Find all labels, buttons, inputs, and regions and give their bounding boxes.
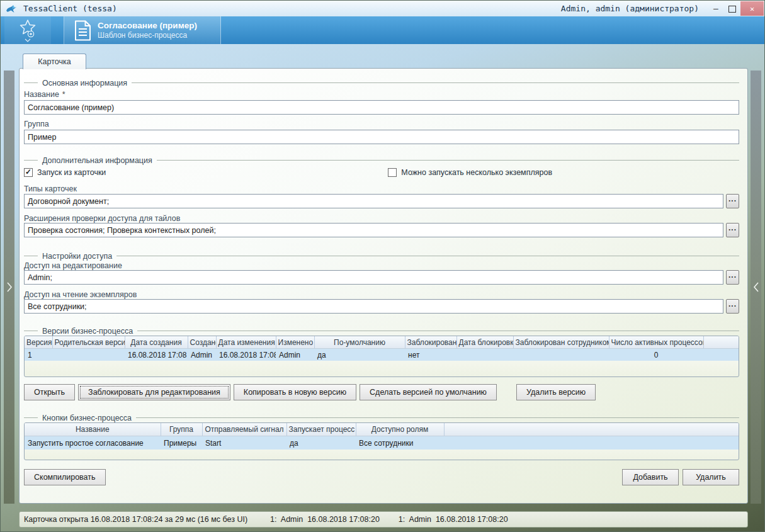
- status-bar: Карточка открыта 16.08.2018 17:08:24 за …: [19, 511, 748, 528]
- table-cell[interactable]: да: [314, 349, 405, 361]
- column-header-filler: [703, 336, 739, 349]
- table-cell[interactable]: Admin: [276, 349, 314, 361]
- group-additional-info-label: Дополнительная информация: [42, 156, 152, 165]
- minimize-button[interactable]: –: [708, 2, 724, 16]
- table-cell-filler: [703, 349, 739, 361]
- chevron-down-icon: [25, 38, 31, 42]
- read-access-input[interactable]: [24, 299, 723, 314]
- table-cell-filler: [444, 436, 739, 450]
- table-row[interactable]: Запустить простое согласованиеПримерыSta…: [25, 436, 739, 450]
- edit-access-ellipsis-button[interactable]: ...: [726, 270, 739, 285]
- bottom-actions: Скомпилировать Добавить Удалить: [24, 469, 739, 485]
- table-cell[interactable]: 1: [25, 349, 52, 361]
- edit-access-input[interactable]: [24, 270, 723, 285]
- column-header-filler: [444, 423, 739, 436]
- version-action-button[interactable]: Копировать в новую версию: [234, 384, 356, 400]
- add-button[interactable]: Добавить: [622, 469, 679, 485]
- column-header[interactable]: Отправляемый сигнал: [202, 423, 286, 436]
- table-row[interactable]: 116.08.2018 17:08Admin16.08.2018 17:08Ad…: [25, 349, 739, 361]
- card-panel: Основная информация Название* Группа Доп…: [19, 68, 748, 504]
- right-panel-expander[interactable]: [751, 71, 761, 504]
- column-header[interactable]: Группа: [161, 423, 202, 436]
- table-header-row: НазваниеГруппаОтправляемый сигналЗапуска…: [25, 423, 739, 436]
- column-header[interactable]: Запускает процесс: [286, 423, 356, 436]
- maximize-button[interactable]: [724, 2, 740, 16]
- group-main-info: Основная информация: [24, 78, 739, 88]
- column-header[interactable]: Заблокирован: [405, 336, 456, 349]
- favorites-tile[interactable]: [4, 16, 51, 44]
- tile-access-ellipsis-button[interactable]: ...: [726, 223, 739, 237]
- version-action-button[interactable]: Удалить версию: [516, 384, 596, 400]
- group-access-settings: Настройки доступа: [24, 251, 739, 261]
- tessa-client-window: { "window": { "title": "TessaClient (tes…: [0, 0, 765, 532]
- version-action-button[interactable]: Открыть: [24, 384, 75, 400]
- card-types-label: Типы карточек: [24, 184, 739, 193]
- table-cell[interactable]: Примеры: [161, 436, 202, 450]
- close-button[interactable]: ✕: [740, 1, 764, 16]
- version-action-button[interactable]: Сделать версией по умолчанию: [360, 384, 497, 400]
- group-process-versions: Версии бизнес-процесса: [24, 326, 739, 336]
- column-header[interactable]: Число активных процессов: [609, 336, 703, 349]
- open-card-tab-tile[interactable]: Согласование (пример) Шаблон бизнес-проц…: [64, 16, 221, 44]
- table-cell[interactable]: Admin: [188, 349, 216, 361]
- status-info-1: 1: Admin 16.08.2018 17:08:20: [270, 515, 380, 524]
- checkbox-empty-icon: [388, 168, 397, 177]
- column-header[interactable]: Заблокирован сотрудником: [513, 336, 609, 349]
- window-title: TessaClient (tessa): [23, 4, 117, 13]
- left-panel-expander[interactable]: [4, 71, 14, 504]
- status-info-2: 1: Admin 16.08.2018 17:08:20: [399, 515, 508, 524]
- minimize-icon: –: [713, 4, 718, 13]
- tab-card-label: Карточка: [38, 57, 71, 66]
- group-process-buttons: Кнопки бизнес-процесса: [24, 413, 739, 422]
- tile-access-input[interactable]: [24, 223, 723, 237]
- name-field-label: Название*: [24, 89, 739, 99]
- column-header[interactable]: Родительская версия: [52, 336, 125, 349]
- remove-button[interactable]: Удалить: [683, 469, 739, 485]
- table-cell[interactable]: да: [286, 436, 356, 450]
- column-header[interactable]: Дата изменения: [216, 336, 276, 349]
- tile-access-label: Расширения проверки доступа для тайлов: [24, 213, 739, 223]
- version-action-button[interactable]: Заблокировать для редактирования: [78, 384, 230, 400]
- current-user-label: Admin, admin (администратор): [561, 4, 699, 13]
- column-header[interactable]: Изменено: [276, 336, 314, 349]
- column-header[interactable]: Дата создания: [125, 336, 188, 349]
- column-header[interactable]: Версия: [25, 336, 52, 349]
- multiple-instances-checkbox[interactable]: Можно запускать несколько экземпляров: [388, 168, 552, 177]
- table-cell[interactable]: Запустить простое согласование: [25, 436, 161, 450]
- column-header[interactable]: Дата блокировки: [456, 336, 513, 349]
- ribbon-card-title: Согласование (пример): [98, 21, 197, 31]
- chevron-left-icon: [753, 281, 759, 293]
- table-cell[interactable]: [513, 349, 609, 361]
- table-cell[interactable]: 16.08.2018 17:08: [125, 349, 188, 361]
- column-header[interactable]: Создано: [188, 336, 216, 349]
- tessa-bird-logo-icon: [6, 4, 17, 14]
- column-header[interactable]: Название: [25, 423, 161, 436]
- versions-table: ВерсияРодительская версияДата созданияСо…: [24, 336, 739, 377]
- table-cell[interactable]: 16.08.2018 17:08: [216, 349, 276, 361]
- version-actions: ОткрытьЗаблокировать для редактированияК…: [24, 384, 739, 400]
- table-cell[interactable]: [456, 349, 513, 361]
- column-header[interactable]: По-умолчанию: [314, 336, 405, 349]
- group-process-versions-label: Версии бизнес-процесса: [42, 327, 133, 336]
- launch-from-card-checkbox[interactable]: Запуск из карточки: [24, 168, 106, 177]
- table-cell[interactable]: нет: [405, 349, 456, 361]
- checkbox-check-icon: [24, 168, 33, 177]
- table-cell[interactable]: Все сотрудники: [356, 436, 444, 450]
- table-cell[interactable]: 0: [609, 349, 703, 361]
- read-access-ellipsis-button[interactable]: ...: [726, 299, 739, 314]
- read-access-label: Доступ на чтение экземпляров: [24, 290, 739, 299]
- card-types-ellipsis-button[interactable]: ...: [726, 194, 739, 208]
- card-types-input[interactable]: [24, 194, 723, 208]
- compile-button[interactable]: Скомпилировать: [24, 469, 106, 485]
- table-header-row: ВерсияРодительская версияДата созданияСо…: [25, 336, 739, 349]
- group-process-buttons-label: Кнопки бизнес-процесса: [42, 414, 132, 422]
- group-main-info-label: Основная информация: [42, 79, 127, 88]
- group-input[interactable]: [24, 130, 739, 144]
- table-cell[interactable]: Start: [202, 436, 286, 450]
- column-header[interactable]: Доступно ролям: [356, 423, 444, 436]
- tab-card[interactable]: Карточка: [23, 54, 86, 69]
- group-additional-info: Дополнительная информация: [24, 156, 739, 165]
- ribbon-card-subtitle: Шаблон бизнес-процесса: [98, 31, 197, 40]
- name-input[interactable]: [24, 100, 739, 115]
- table-cell[interactable]: [52, 349, 125, 361]
